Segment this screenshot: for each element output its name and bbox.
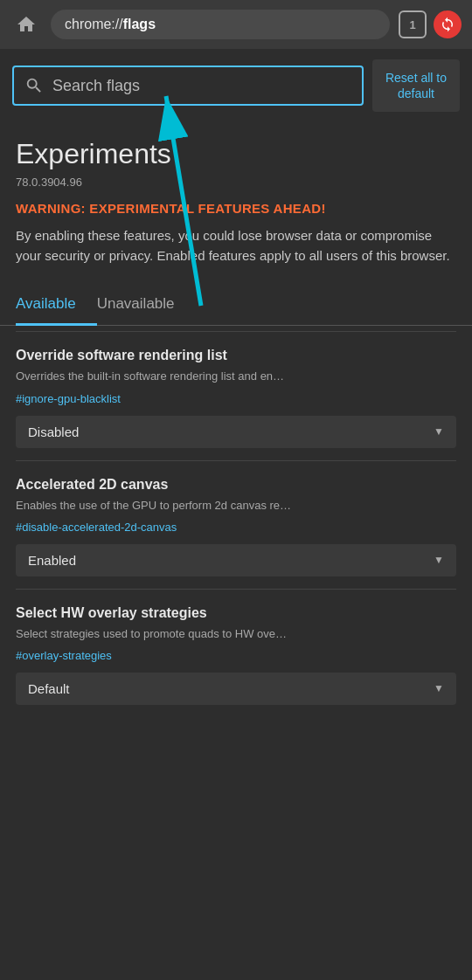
- chevron-down-icon: ▼: [434, 554, 444, 566]
- search-input[interactable]: Search flags: [52, 77, 140, 95]
- home-icon: [16, 14, 37, 35]
- flag-dropdown[interactable]: Enabled ▼: [16, 544, 456, 576]
- dropdown-value: Enabled: [28, 553, 76, 568]
- flag-desc: Overrides the built-in software renderin…: [16, 369, 456, 384]
- dropdown-value: Default: [28, 681, 70, 696]
- tab-count-button[interactable]: 1: [399, 10, 427, 38]
- flag-link[interactable]: #disable-accelerated-2d-canvas: [16, 521, 177, 534]
- page-title: Experiments: [16, 138, 456, 170]
- search-area: Search flags Reset all todefault: [0, 49, 472, 122]
- top-bar: chrome://flags 1: [0, 0, 472, 49]
- update-icon: [440, 17, 455, 32]
- flag-desc: Enables the use of the GPU to perform 2d…: [16, 498, 456, 514]
- home-button[interactable]: [10, 9, 42, 40]
- main-content: Experiments 78.0.3904.96 WARNING: EXPERI…: [0, 122, 472, 717]
- update-button[interactable]: [434, 10, 462, 38]
- flag-title: Override software rendering list: [16, 348, 456, 363]
- flag-title: Select HW overlay strategies: [16, 605, 456, 621]
- warning-text: WARNING: EXPERIMENTAL FEATURES AHEAD!: [16, 201, 456, 216]
- reset-button[interactable]: Reset all todefault: [372, 59, 460, 112]
- flag-dropdown[interactable]: Disabled ▼: [16, 416, 456, 448]
- dropdown-value: Disabled: [28, 424, 79, 439]
- tab-count: 1: [409, 18, 415, 31]
- flags-list: Override software rendering list Overrid…: [16, 326, 456, 717]
- flag-link[interactable]: #overlay-strategies: [16, 649, 112, 662]
- chevron-down-icon: ▼: [434, 682, 444, 694]
- version-text: 78.0.3904.96: [16, 176, 456, 189]
- top-right-icons: 1: [399, 10, 462, 38]
- url-prefix: chrome://: [65, 17, 123, 32]
- flag-item: Accelerated 2D canvas Enables the use of…: [16, 460, 456, 589]
- tab-unavailable[interactable]: Unavailable: [97, 285, 196, 326]
- flag-link[interactable]: #ignore-gpu-blacklist: [16, 392, 121, 405]
- description-text: By enabling these features, you could lo…: [16, 226, 456, 266]
- tab-available[interactable]: Available: [16, 285, 97, 326]
- url-bold: flags: [123, 17, 156, 32]
- flag-item: Select HW overlay strategies Select stra…: [16, 589, 456, 717]
- flag-desc: Select strategies used to promote quads …: [16, 626, 456, 642]
- chevron-down-icon: ▼: [434, 425, 444, 438]
- search-icon: [24, 76, 44, 95]
- url-bar[interactable]: chrome://flags: [51, 10, 390, 39]
- flag-item: Override software rendering list Overrid…: [16, 331, 456, 459]
- search-input-wrap[interactable]: Search flags: [12, 66, 364, 106]
- tabs-bar: Available Unavailable: [0, 285, 472, 326]
- flag-dropdown[interactable]: Default ▼: [16, 673, 456, 705]
- flag-title: Accelerated 2D canvas: [16, 477, 456, 493]
